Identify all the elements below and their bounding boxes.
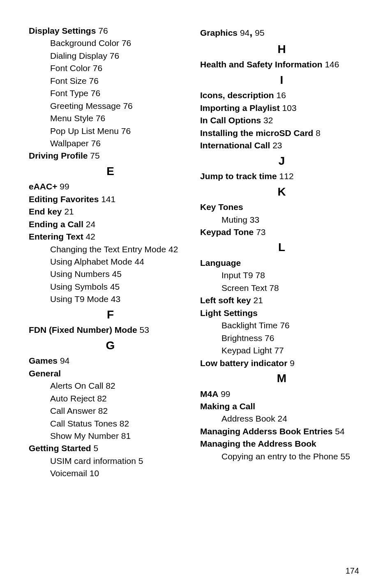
index-term: Display Settings <box>29 26 96 35</box>
index-term: Installing the microSD Card <box>200 128 313 138</box>
index-term: Managing the Address Book <box>200 439 316 448</box>
index-subentry: Input T9 78 <box>200 269 363 281</box>
index-section-head: I <box>200 72 363 89</box>
index-term: General <box>29 369 61 378</box>
index-subentry: Wallpaper 76 <box>29 137 192 150</box>
index-subentry: Font Size 76 <box>29 75 192 87</box>
index-topic: Driving Profile 75 <box>29 150 192 162</box>
index-topic: Games 94 <box>29 355 192 367</box>
index-subentry: Using Alphabet Mode 44 <box>29 256 192 268</box>
index-topic: eAAC+ 99 <box>29 180 192 193</box>
index-term: Entering Text <box>29 232 83 241</box>
index-topic: Icons, description 16 <box>200 89 363 101</box>
index-term: Left soft key <box>200 295 251 305</box>
index-term: Driving Profile <box>29 151 88 160</box>
index-term: Importing a Playlist <box>200 103 280 113</box>
index-topic: Low battery indicator 9 <box>200 357 363 369</box>
index-subentry: Screen Text 78 <box>200 282 363 294</box>
index-subentry: Keypad Light 77 <box>200 344 363 357</box>
index-section-head: G <box>29 337 192 354</box>
index-subentry: Backlight Time 76 <box>200 319 363 332</box>
index-subentry: Using Numbers 45 <box>29 268 192 280</box>
index-subentry: Using T9 Mode 43 <box>29 293 192 305</box>
index-topic: International Call 23 <box>200 139 363 152</box>
index-topic: Entering Text 42 <box>29 231 192 243</box>
index-topic: Getting Started 5 <box>29 442 192 454</box>
index-topic: Left soft key 21 <box>200 294 363 307</box>
index-topic: End key 21 <box>29 205 192 218</box>
index-term: eAAC+ <box>29 182 57 191</box>
index-topic: Display Settings 76 <box>29 25 192 37</box>
index-subentry: Address Book 24 <box>200 413 363 425</box>
index-section-head: K <box>200 184 363 201</box>
index-term: Language <box>200 258 241 267</box>
index-subentry: Call Answer 82 <box>29 405 192 417</box>
index-term: Games <box>29 356 58 365</box>
index-term: Editing Favorites <box>29 194 99 204</box>
index-topic: Managing the Address Book <box>200 438 363 450</box>
index-term: Key Tones <box>200 202 243 212</box>
page-number: 174 <box>346 566 359 576</box>
index-subentry: Brightness 76 <box>200 332 363 344</box>
index-topic: Health and Safety Information 146 <box>200 58 363 71</box>
index-topic: Managing Adderss Book Entries 54 <box>200 425 363 438</box>
index-topic: Editing Favorites 141 <box>29 193 192 205</box>
index-subentry: USIM card information 5 <box>29 455 192 467</box>
index-term: Keypad Tone <box>200 227 254 237</box>
index-topic: M4A 99 <box>200 388 363 400</box>
index-term: Low battery indicator <box>200 358 287 368</box>
index-term: In Call Options <box>200 115 261 125</box>
index-topic: Keypad Tone 73 <box>200 226 363 238</box>
index-subentry: Menu Style 76 <box>29 112 192 125</box>
index-subentry: Voicemail 10 <box>29 467 192 480</box>
index-section-head: M <box>200 370 363 387</box>
index-term: Ending a Call <box>29 219 83 229</box>
index-left-column: Display Settings 76Background Color 76Di… <box>29 25 192 480</box>
index-term: Health and Safety Information <box>200 60 323 69</box>
index-subentry: Using Symbols 45 <box>29 281 192 293</box>
index-subentry: Dialing Display 76 <box>29 50 192 62</box>
index-subentry: Muting 33 <box>200 214 363 226</box>
index-subentry: Alerts On Call 82 <box>29 380 192 392</box>
index-term: Jump to track time <box>200 171 277 181</box>
index-section-head: L <box>200 239 363 256</box>
index-topic: Graphics 94, 95 <box>200 25 363 40</box>
index-section-head: H <box>200 41 363 58</box>
index-subentry: Call Status Tones 82 <box>29 417 192 430</box>
index-subentry: Show My Number 81 <box>29 430 192 442</box>
index-topic: Language <box>200 257 363 269</box>
index-term: Light Settings <box>200 308 258 318</box>
index-term: M4A <box>200 389 218 399</box>
index-section-head: F <box>29 307 192 323</box>
index-topic: Importing a Playlist 103 <box>200 102 363 114</box>
index-topic: Key Tones <box>200 201 363 213</box>
index-subentry: Font Color 76 <box>29 62 192 74</box>
index-topic: Installing the microSD Card 8 <box>200 127 363 139</box>
index-topic: FDN (Fixed Number) Mode 53 <box>29 324 192 336</box>
index-right-column: Graphics 94, 95HHealth and Safety Inform… <box>200 25 363 480</box>
index-topic: Light Settings <box>200 307 363 319</box>
index-section-head: E <box>29 163 192 180</box>
index-subentry: Greeting Message 76 <box>29 100 192 112</box>
index-term: End key <box>29 207 62 216</box>
index-section-head: J <box>200 153 363 170</box>
index-topic: In Call Options 32 <box>200 114 363 127</box>
index-term: International Call <box>200 141 270 150</box>
index-term: Getting Started <box>29 443 91 453</box>
index-topic: Ending a Call 24 <box>29 218 192 231</box>
index-subentry: Pop Up List Menu 76 <box>29 125 192 137</box>
index-subentry: Font Type 76 <box>29 87 192 99</box>
index-term: Icons, description <box>200 90 274 100</box>
index-subentry: Changing the Text Entry Mode 42 <box>29 243 192 256</box>
index-term: Making a Call <box>200 401 255 411</box>
index-subentry: Auto Reject 82 <box>29 392 192 405</box>
index-term: FDN (Fixed Number) Mode <box>29 325 137 334</box>
index-subentry: Copying an entry to the Phone 55 <box>200 450 363 463</box>
index-term: Managing Adderss Book Entries <box>200 427 332 436</box>
index-topic: Jump to track time 112 <box>200 170 363 182</box>
index-subentry: Background Color 76 <box>29 37 192 49</box>
index-topic: Making a Call <box>200 400 363 413</box>
index-topic: General <box>29 367 192 380</box>
